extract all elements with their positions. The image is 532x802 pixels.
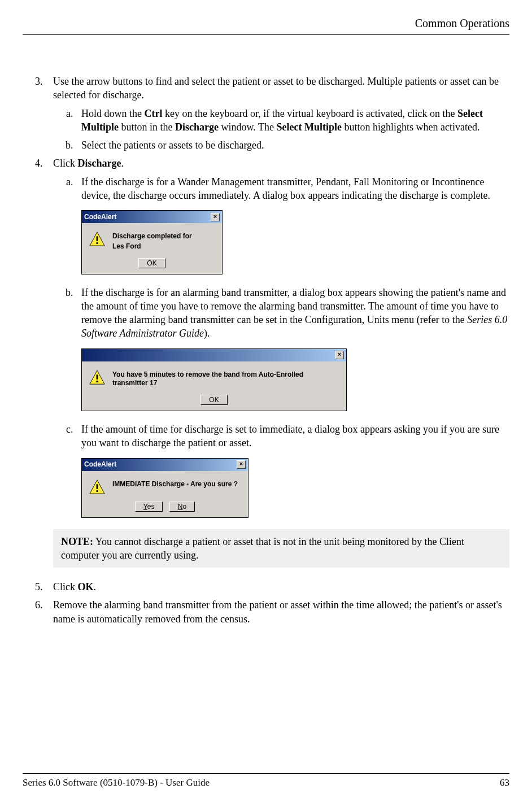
dialog-row: IMMEDIATE Discharge - Are you sure ? bbox=[89, 479, 241, 495]
step-4c: If the amount of time for discharge is s… bbox=[76, 422, 509, 518]
warning-icon bbox=[89, 231, 106, 247]
remove-band-dialog: × You have 5 minutes to remove the bbox=[81, 348, 347, 411]
svg-rect-7 bbox=[97, 484, 98, 489]
step-3: Use the arrow buttons to find and select… bbox=[45, 75, 509, 152]
dialog-body: IMMEDIATE Discharge - Are you sure ? Yes… bbox=[82, 471, 248, 517]
dialog-message: IMMEDIATE Discharge - Are you sure ? bbox=[112, 479, 238, 489]
t: ). bbox=[204, 328, 210, 339]
dialog-buttons: OK bbox=[89, 395, 339, 405]
msg-line2: Les Ford bbox=[112, 241, 192, 251]
dialog-row: Discharge completed for Les Ford bbox=[89, 231, 215, 251]
step-3-sublist: Hold down the Ctrl key on the keyboard o… bbox=[53, 107, 509, 152]
t: If the discharge is for an alarming band… bbox=[81, 287, 506, 326]
t: Discharge bbox=[78, 158, 121, 169]
dialog-buttons: Yes No bbox=[89, 502, 241, 512]
step-4c-text: If the amount of time for discharge is s… bbox=[81, 424, 499, 448]
dialog-1-container: CodeAlert × bbox=[81, 210, 509, 274]
codealert-dialog: CodeAlert × bbox=[81, 210, 223, 274]
step-3-text: Use the arrow buttons to find and select… bbox=[53, 76, 499, 101]
dialog-3-container: CodeAlert × IMMEDI bbox=[81, 458, 509, 518]
t: Click bbox=[53, 581, 78, 592]
svg-point-8 bbox=[96, 490, 98, 491]
step-3a: Hold down the Ctrl key on the keyboard o… bbox=[76, 107, 509, 134]
no-button[interactable]: No bbox=[169, 502, 195, 512]
warning-icon bbox=[89, 479, 106, 495]
step-4a: If the discharge is for a Wander Managem… bbox=[76, 175, 509, 274]
t: o bbox=[182, 503, 186, 511]
svg-point-2 bbox=[96, 242, 98, 244]
t: . bbox=[94, 581, 97, 592]
dialog-2-container: × You have 5 minutes to remove the bbox=[81, 348, 509, 411]
t: window. The bbox=[219, 121, 277, 133]
t: Hold down the bbox=[81, 108, 145, 119]
t: OK bbox=[78, 581, 94, 592]
page-footer: Series 6.0 Software (0510-1079-B) - User… bbox=[23, 773, 509, 788]
t: Ctrl bbox=[145, 108, 163, 119]
close-icon[interactable]: × bbox=[237, 460, 246, 469]
step-5: Click OK. bbox=[45, 580, 509, 594]
ok-button[interactable]: OK bbox=[200, 395, 227, 405]
footer-page-number: 63 bbox=[500, 777, 509, 788]
step-4-sublist: If the discharge is for a Wander Managem… bbox=[53, 175, 509, 518]
dialog-titlebar: CodeAlert × bbox=[82, 459, 248, 471]
ok-button[interactable]: OK bbox=[138, 258, 165, 268]
step-6: Remove the alarming band transmitter fro… bbox=[45, 598, 509, 626]
footer-left: Series 6.0 Software (0510-1079-B) - User… bbox=[23, 777, 210, 788]
dialog-row: You have 5 minutes to remove the band fr… bbox=[89, 369, 339, 388]
dialog-title: CodeAlert bbox=[84, 212, 116, 221]
note-block: NOTE: You cannot discharge a patient or … bbox=[53, 529, 509, 568]
dialog-title: CodeAlert bbox=[84, 460, 116, 469]
step-4a-text: If the discharge is for a Wander Managem… bbox=[81, 176, 490, 201]
t: Click bbox=[53, 158, 78, 169]
t: button highlights when activated. bbox=[342, 121, 479, 133]
t: . bbox=[121, 158, 124, 169]
warning-icon bbox=[89, 369, 106, 385]
immediate-discharge-dialog: CodeAlert × IMMEDI bbox=[81, 458, 248, 518]
yes-button[interactable]: Yes bbox=[135, 502, 163, 512]
t: es bbox=[147, 503, 155, 511]
t: Y bbox=[143, 503, 147, 511]
dialog-body: You have 5 minutes to remove the band fr… bbox=[82, 361, 346, 411]
svg-rect-1 bbox=[97, 237, 98, 241]
t: key on the keyboard or, if the virtual k… bbox=[162, 108, 457, 119]
dialog-message: Discharge completed for Les Ford bbox=[112, 231, 192, 251]
svg-rect-4 bbox=[97, 374, 98, 379]
t: Select Multiple bbox=[276, 121, 341, 133]
close-icon[interactable]: × bbox=[211, 213, 220, 221]
step-4b: If the discharge is for an alarming band… bbox=[76, 286, 509, 411]
close-icon[interactable]: × bbox=[335, 351, 344, 359]
dialog-titlebar: × bbox=[82, 349, 346, 361]
page-header: Common Operations bbox=[23, 17, 509, 35]
dialog-body: Discharge completed for Les Ford OK bbox=[82, 223, 222, 273]
dialog-titlebar: CodeAlert × bbox=[82, 211, 222, 223]
step-4: Click Discharge. If the discharge is for… bbox=[45, 156, 509, 568]
note-text: You cannot discharge a patient or asset … bbox=[61, 536, 464, 561]
dialog-buttons: OK bbox=[89, 258, 215, 268]
note-label: NOTE: bbox=[61, 536, 93, 547]
svg-point-5 bbox=[96, 381, 98, 382]
main-ordered-list: Use the arrow buttons to find and select… bbox=[23, 75, 509, 626]
page: Common Operations Use the arrow buttons … bbox=[0, 0, 532, 626]
msg-line1: Discharge completed for bbox=[112, 231, 192, 241]
t: Discharge bbox=[175, 121, 219, 133]
t: button in the bbox=[119, 121, 175, 133]
step-3b: Select the patients or assets to be disc… bbox=[76, 138, 509, 152]
dialog-message: You have 5 minutes to remove the band fr… bbox=[112, 369, 339, 388]
